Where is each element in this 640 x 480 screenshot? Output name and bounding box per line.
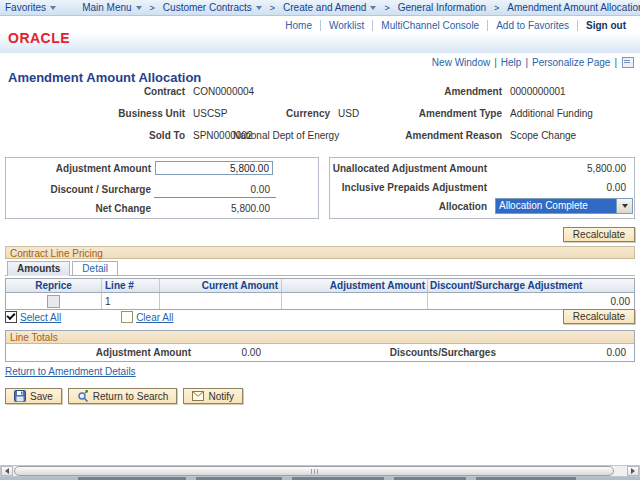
breadcrumb-favorites-label: Favorites (5, 2, 46, 13)
recalculate-button-bottom[interactable]: Recalculate (563, 309, 635, 324)
column-header-line: Line # (102, 280, 159, 291)
breadcrumb-general-information[interactable]: General Information (393, 2, 491, 13)
table-row: 1 0.00 (5, 293, 635, 310)
personalize-page-link[interactable]: Personalize Page (528, 57, 614, 68)
business-unit-value: USCSP (193, 108, 227, 119)
worklist-link[interactable]: Worklist (321, 20, 372, 31)
column-header-current-amount: Current Amount (160, 280, 281, 291)
chevron-down-icon (256, 6, 262, 10)
divider (159, 293, 160, 309)
breadcrumb-general-information-label: General Information (398, 2, 486, 13)
select-all-link[interactable]: Select All (20, 312, 61, 323)
divider (281, 293, 282, 309)
net-change-label: Net Change (6, 203, 151, 214)
breadcrumb-favorites[interactable]: Favorites (0, 2, 61, 13)
info-row-3: Sold To SPN0000002 National Dept of Ener… (5, 130, 635, 144)
multichannel-console-link[interactable]: MultiChannel Console (373, 20, 487, 31)
breadcrumb-create-and-amend-label: Create and Amend (283, 2, 366, 13)
clear-all-link[interactable]: Clear All (136, 312, 173, 323)
discount-surcharge-label: Discount / Surcharge (6, 184, 151, 195)
reprice-cell (6, 295, 101, 308)
allocation-dropdown[interactable]: Allocation Complete (495, 198, 633, 214)
dropdown-arrow-button[interactable] (616, 199, 632, 213)
line-totals-section: Line Totals Adjustment Amount 0.00 Disco… (5, 330, 635, 362)
column-header-discount-surcharge: Discount/Surcharge Adjustment (428, 280, 634, 291)
arrow-left-icon (5, 468, 9, 474)
return-to-search-button[interactable]: Return to Search (68, 388, 178, 404)
save-button[interactable]: Save (5, 388, 62, 404)
new-window-link[interactable]: New Window (428, 57, 494, 68)
currency-label: Currency (235, 108, 330, 119)
discount-surcharge-value: 0.00 (155, 184, 270, 195)
adjustment-amount-label: Adjustment Amount (6, 163, 151, 174)
chevron-down-icon (370, 6, 376, 10)
scrollbar-thumb[interactable] (14, 466, 614, 476)
breadcrumb: Favorites Main Menu Customer Contracts C… (0, 0, 640, 16)
contract-line-pricing-header: Contract Line Pricing (5, 246, 635, 259)
amendment-reason-label: Amendment Reason (350, 130, 502, 141)
add-to-favorites-link[interactable]: Add to Favorites (488, 20, 577, 31)
breadcrumb-current-page: Amendment Amount Allocation (502, 2, 640, 13)
recalculate-button-top[interactable]: Recalculate (563, 227, 635, 242)
help-link[interactable]: Help (497, 57, 526, 68)
select-clear-row: Select All Clear All (5, 311, 173, 323)
notify-button-label: Notify (208, 391, 234, 402)
select-all-checkbox-icon[interactable] (5, 311, 17, 323)
home-link[interactable]: Home (277, 20, 320, 31)
discount-surcharge-cell: 0.00 (428, 296, 634, 307)
divider (614, 57, 617, 68)
sold-to-name: National Dept of Energy (233, 130, 339, 141)
grid-header-row: Reprice Line # Current Amount Adjustment… (5, 278, 635, 293)
adjustment-amount-input[interactable] (155, 161, 273, 175)
thumb-grip-icon (314, 469, 315, 474)
sum-rule (154, 197, 276, 198)
save-button-label: Save (30, 391, 53, 402)
notify-button[interactable]: Notify (183, 388, 243, 404)
tab-amounts[interactable]: Amounts (7, 261, 70, 276)
horizontal-scrollbar (0, 465, 640, 477)
breadcrumb-create-and-amend[interactable]: Create and Amend (278, 2, 381, 13)
sold-to-label: Sold To (5, 130, 185, 141)
breadcrumb-current-page-label: Amendment Amount Allocation (507, 2, 640, 13)
breadcrumb-customer-contracts[interactable]: Customer Contracts (158, 2, 267, 13)
breadcrumb-main-menu-label: Main Menu (82, 2, 131, 13)
totals-discounts-surcharges-label: Discounts/Surcharges (261, 347, 496, 358)
unallocated-adjustment-value: 5,800.00 (520, 163, 626, 174)
breadcrumb-main-menu[interactable]: Main Menu (77, 2, 146, 13)
floppy-disk-icon (14, 390, 26, 402)
breadcrumb-customer-contracts-label: Customer Contracts (163, 2, 252, 13)
scroll-right-button[interactable] (627, 466, 639, 476)
copy-url-icon[interactable] (622, 57, 634, 68)
allocation-dropdown-value: Allocation Complete (496, 199, 616, 213)
breadcrumb-separator (150, 3, 155, 13)
line-totals-row: Adjustment Amount 0.00 Discounts/Surchar… (6, 344, 634, 361)
unallocated-adjustment-label: Unallocated Adjustment Amount (330, 163, 487, 174)
oracle-logo: ORACLE (8, 30, 70, 46)
breadcrumb-separator (270, 3, 275, 13)
envelope-icon (192, 391, 204, 401)
allocation-group-box: Unallocated Adjustment Amount 5,800.00 I… (329, 157, 635, 219)
amendment-value: 0000000001 (510, 86, 566, 97)
arrow-right-icon (631, 468, 635, 474)
info-row-1: Contract CON0000004 Amendment 0000000001 (5, 86, 635, 100)
amendment-type-value: Additional Funding (510, 108, 593, 119)
clear-all-checkbox-icon[interactable] (121, 311, 133, 323)
amendment-reason-value: Scope Change (510, 130, 576, 141)
sign-out-link[interactable]: Sign out (578, 20, 634, 31)
totals-adjustment-amount-value: 0.00 (191, 347, 261, 358)
return-to-amendment-details-link[interactable]: Return to Amendment Details (5, 366, 136, 377)
tab-detail[interactable]: Detail (72, 261, 118, 276)
contract-line-pricing-section: Contract Line Pricing Amounts Detail Rep… (5, 246, 635, 310)
adjustment-group-box: Adjustment Amount Discount / Surcharge 0… (5, 157, 319, 219)
column-header-adjustment-amount: Adjustment Amount (282, 280, 427, 291)
info-row-2: Business Unit USCSP Currency USD Amendme… (5, 108, 635, 122)
utility-links: New Window Help Personalize Page (428, 57, 634, 68)
thumb-grip-icon (311, 469, 312, 474)
scroll-left-button[interactable] (1, 466, 13, 476)
header-links: Home Worklist MultiChannel Console Add t… (277, 20, 634, 31)
reprice-checkbox[interactable] (47, 295, 60, 308)
breadcrumb-separator (494, 3, 499, 13)
amendment-type-label: Amendment Type (350, 108, 502, 119)
contract-value: CON0000004 (193, 86, 254, 97)
contract-label: Contract (5, 86, 185, 97)
